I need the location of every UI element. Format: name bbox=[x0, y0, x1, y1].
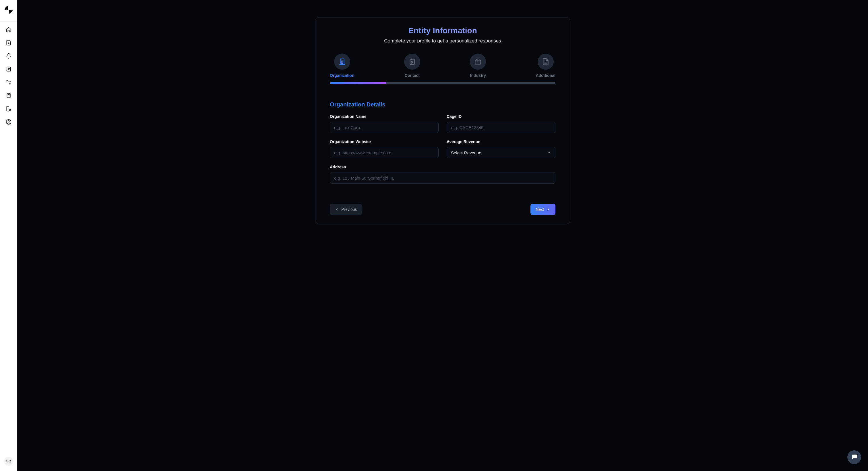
bookmark-icon[interactable] bbox=[6, 93, 11, 98]
chevron-right-icon bbox=[546, 207, 550, 211]
revenue-select[interactable]: Select Revenue bbox=[446, 147, 555, 158]
progress-bar bbox=[330, 82, 555, 84]
svg-point-7 bbox=[412, 61, 413, 62]
bell-icon[interactable] bbox=[6, 53, 11, 59]
sidebar: SC bbox=[0, 0, 17, 471]
step-label: Organization bbox=[330, 73, 354, 78]
chevron-left-icon bbox=[335, 207, 339, 211]
page-title: Entity Information bbox=[330, 26, 555, 35]
section-title: Organization Details bbox=[330, 101, 555, 108]
next-label: Next bbox=[536, 207, 544, 212]
logo-icon bbox=[4, 5, 13, 14]
cage-id-label: Cage ID bbox=[446, 114, 555, 119]
contact-icon bbox=[404, 54, 420, 70]
svg-rect-0 bbox=[7, 67, 10, 71]
folder-heart-icon[interactable] bbox=[6, 79, 11, 85]
step-label: Additional bbox=[536, 73, 555, 78]
stepper: Organization Contact Industry Additional bbox=[330, 54, 555, 78]
briefcase-icon bbox=[470, 54, 486, 70]
avatar[interactable]: SC bbox=[4, 457, 13, 466]
step-industry[interactable]: Industry bbox=[470, 54, 486, 78]
file-gear-icon[interactable] bbox=[6, 106, 11, 111]
address-input[interactable] bbox=[330, 172, 555, 183]
sidebar-divider bbox=[0, 21, 17, 22]
form-card: Entity Information Complete your profile… bbox=[315, 17, 570, 224]
building-icon bbox=[334, 54, 350, 70]
svg-rect-1 bbox=[7, 94, 10, 98]
previous-label: Previous bbox=[341, 207, 357, 212]
page-subtitle: Complete your profile to get a personali… bbox=[330, 38, 555, 44]
svg-rect-6 bbox=[410, 59, 414, 64]
org-name-input[interactable] bbox=[330, 122, 439, 133]
svg-point-4 bbox=[8, 121, 9, 122]
chat-fab[interactable] bbox=[847, 450, 861, 464]
home-icon[interactable] bbox=[6, 27, 11, 32]
revenue-selected: Select Revenue bbox=[451, 150, 482, 155]
revenue-label: Average Revenue bbox=[446, 139, 555, 144]
file-upload-icon[interactable] bbox=[6, 40, 11, 45]
address-label: Address bbox=[330, 165, 555, 169]
org-name-label: Organization Name bbox=[330, 114, 439, 119]
step-additional[interactable]: Additional bbox=[536, 54, 555, 78]
chat-icon bbox=[851, 453, 857, 461]
document-icon bbox=[538, 54, 554, 70]
main-content: Entity Information Complete your profile… bbox=[17, 0, 868, 471]
profile-icon[interactable] bbox=[6, 119, 11, 125]
chevron-down-icon bbox=[547, 150, 551, 155]
website-input[interactable] bbox=[330, 147, 439, 158]
previous-button[interactable]: Previous bbox=[330, 204, 362, 215]
step-label: Contact bbox=[405, 73, 420, 78]
step-organization[interactable]: Organization bbox=[330, 54, 354, 78]
step-label: Industry bbox=[470, 73, 486, 78]
website-label: Organization Website bbox=[330, 139, 439, 144]
svg-point-2 bbox=[9, 109, 11, 111]
sidebar-nav bbox=[6, 27, 11, 125]
step-contact[interactable]: Contact bbox=[404, 54, 420, 78]
progress-fill bbox=[330, 82, 386, 84]
cage-id-input[interactable] bbox=[446, 122, 555, 133]
notebook-icon[interactable] bbox=[6, 66, 11, 72]
next-button[interactable]: Next bbox=[530, 204, 555, 215]
avatar-initials: SC bbox=[6, 459, 11, 463]
